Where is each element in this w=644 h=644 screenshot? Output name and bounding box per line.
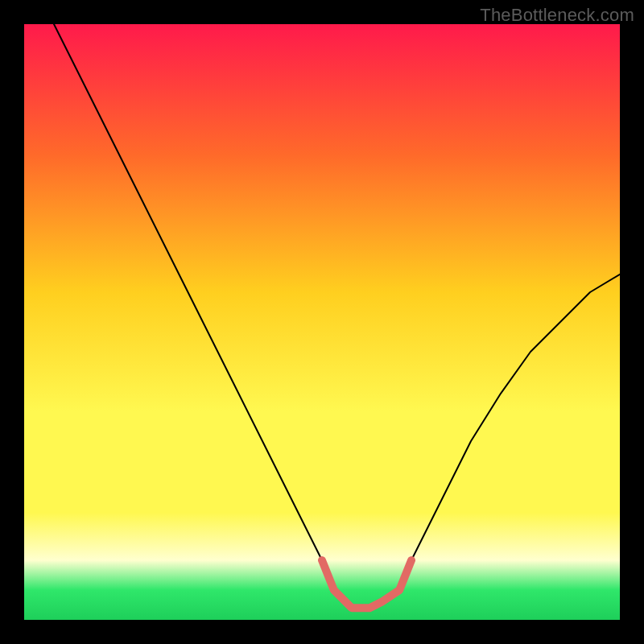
chart-plot-area <box>24 24 620 620</box>
chart-frame: TheBottleneck.com <box>0 0 644 644</box>
chart-svg <box>24 24 620 620</box>
chart-background-gradient <box>24 24 620 620</box>
watermark-text: TheBottleneck.com <box>480 5 634 26</box>
